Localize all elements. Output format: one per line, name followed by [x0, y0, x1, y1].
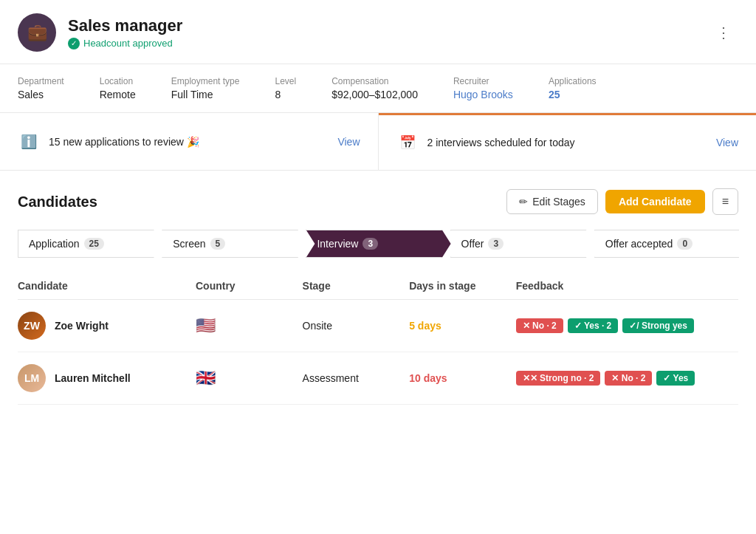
col-header-days-in-stage: Days in stage	[409, 280, 516, 292]
country-flag: 🇺🇸	[196, 316, 216, 335]
add-candidate-button[interactable]: Add Candidate	[605, 190, 705, 213]
notif-card-applications: ℹ️ 15 new applications to review 🎉 View	[0, 113, 379, 170]
compensation-value: $92,000–$102,000	[331, 89, 418, 100]
level-label: Level	[275, 76, 296, 86]
check-icon: ✓	[68, 38, 80, 49]
filter-button[interactable]: ≡	[712, 188, 738, 215]
stage-tab-offer[interactable]: Offer3	[450, 230, 595, 258]
stage-count: 5	[210, 238, 226, 250]
pencil-icon: ✏	[519, 196, 528, 208]
candidates-header: Candidates ✏ Edit Stages Add Candidate ≡	[18, 188, 738, 215]
stage-count: 3	[362, 238, 378, 250]
candidate-avatar: ZW	[18, 312, 46, 340]
country-cell: 🇬🇧	[196, 369, 303, 388]
edit-stages-button[interactable]: ✏ Edit Stages	[506, 189, 598, 214]
col-header-candidate: Candidate	[18, 280, 196, 292]
stage-tab-offer-accepted[interactable]: Offer accepted0	[594, 230, 739, 258]
stage-cell: Onsite	[303, 320, 410, 332]
stage-label: Screen	[173, 238, 205, 250]
stage-value: Assessment	[303, 372, 359, 384]
meta-row: Department Sales Location Remote Employm…	[0, 64, 756, 113]
feedback-tag-strong-no: ✕✕ Strong no · 2	[516, 371, 601, 386]
applications-label: Applications	[549, 76, 597, 86]
headcount-badge: ✓ Headcount approved	[68, 38, 182, 49]
stage-label: Interview	[317, 238, 358, 250]
notif-text-interviews: 2 interviews scheduled for today	[427, 137, 575, 148]
candidate-cell: LM Lauren Mitchell	[18, 364, 196, 392]
job-title: Sales manager	[68, 16, 182, 35]
meta-level: Level 8	[275, 76, 296, 100]
country-cell: 🇺🇸	[196, 316, 303, 335]
department-label: Department	[18, 76, 64, 86]
header: 💼 Sales manager ✓ Headcount approved ⋮	[0, 0, 756, 64]
meta-department: Department Sales	[18, 76, 64, 100]
notif-text-applications: 15 new applications to review 🎉	[49, 136, 199, 148]
stage-label: Offer	[461, 238, 484, 250]
recruiter-label: Recruiter	[453, 76, 513, 86]
notif-card-interviews: 📅 2 interviews scheduled for today View	[379, 113, 757, 170]
candidates-section: Candidates ✏ Edit Stages Add Candidate ≡…	[0, 171, 756, 405]
feedback-tag-no: ✕ No · 2	[516, 318, 563, 333]
notif-left-applications: ℹ️ 15 new applications to review 🎉	[18, 131, 199, 153]
feedback-tag-yes: ✓ Yes	[656, 371, 695, 386]
header-left: 💼 Sales manager ✓ Headcount approved	[18, 13, 182, 52]
days-cell: 5 days	[409, 320, 516, 332]
page-container: 💼 Sales manager ✓ Headcount approved ⋮ D…	[0, 0, 756, 534]
table-row: ZW Zoe Wright 🇺🇸Onsite5 days✕ No · 2✓ Ye…	[18, 300, 738, 352]
calendar-icon: 📅	[396, 131, 419, 154]
notif-view-interviews[interactable]: View	[716, 137, 738, 148]
meta-employment: Employment type Full Time	[171, 76, 240, 100]
stage-count: 3	[488, 238, 504, 250]
notif-view-applications[interactable]: View	[337, 136, 360, 148]
col-header-country: Country	[196, 280, 303, 292]
stage-tab-interview[interactable]: Interview3	[306, 230, 450, 258]
employment-value: Full Time	[171, 89, 213, 100]
employment-label: Employment type	[171, 76, 240, 86]
compensation-label: Compensation	[331, 76, 418, 86]
recruiter-value[interactable]: Hugo Brooks	[453, 89, 513, 100]
applications-value: 25	[549, 89, 560, 100]
stage-value: Onsite	[303, 320, 332, 332]
badge-text: Headcount approved	[83, 38, 173, 49]
table-row: LM Lauren Mitchell 🇬🇧Assessment10 days✕✕…	[18, 352, 738, 405]
meta-recruiter: Recruiter Hugo Brooks	[453, 76, 513, 100]
edit-stages-label: Edit Stages	[532, 196, 585, 208]
candidate-name[interactable]: Lauren Mitchell	[55, 372, 131, 384]
days-value: 5 days	[409, 320, 441, 332]
days-value: 10 days	[409, 372, 447, 384]
filter-icon: ≡	[722, 195, 729, 208]
pipeline: Application25Screen5Interview3Offer3Offe…	[18, 230, 738, 258]
more-button[interactable]: ⋮	[710, 21, 738, 44]
stage-count: 25	[84, 238, 104, 250]
header-info: Sales manager ✓ Headcount approved	[68, 16, 182, 49]
avatar-icon: 💼	[27, 23, 47, 42]
feedback-tag-strong-yes: ✓/ Strong yes	[622, 318, 694, 333]
country-flag: 🇬🇧	[196, 369, 216, 387]
info-icon: ℹ️	[18, 131, 40, 153]
stage-count: 0	[677, 238, 693, 250]
location-label: Location	[100, 76, 136, 86]
notification-row: ℹ️ 15 new applications to review 🎉 View …	[0, 113, 756, 171]
level-value: 8	[275, 89, 281, 100]
stage-tab-screen[interactable]: Screen5	[162, 230, 306, 258]
department-value: Sales	[18, 89, 44, 100]
stage-tab-application[interactable]: Application25	[18, 230, 162, 258]
table-header: CandidateCountryStageDays in stageFeedba…	[18, 273, 738, 300]
stage-label: Application	[29, 238, 80, 250]
feedback-tag-yes: ✓ Yes · 2	[568, 318, 618, 333]
table-body: ZW Zoe Wright 🇺🇸Onsite5 days✕ No · 2✓ Ye…	[18, 300, 738, 405]
candidate-cell: ZW Zoe Wright	[18, 312, 196, 340]
meta-applications: Applications 25	[549, 76, 597, 100]
feedback-tag-no: ✕ No · 2	[605, 371, 652, 386]
feedback-cell: ✕ No · 2✓ Yes · 2✓/ Strong yes	[516, 318, 738, 333]
notif-left-interviews: 📅 2 interviews scheduled for today	[396, 131, 575, 154]
location-value: Remote	[100, 89, 136, 100]
col-header-stage: Stage	[303, 280, 410, 292]
candidate-avatar: LM	[18, 364, 46, 392]
job-avatar: 💼	[18, 13, 56, 52]
stage-cell: Assessment	[303, 372, 410, 384]
days-cell: 10 days	[409, 372, 516, 384]
meta-location: Location Remote	[100, 76, 136, 100]
candidate-name[interactable]: Zoe Wright	[55, 320, 109, 332]
candidates-actions: ✏ Edit Stages Add Candidate ≡	[506, 188, 738, 215]
